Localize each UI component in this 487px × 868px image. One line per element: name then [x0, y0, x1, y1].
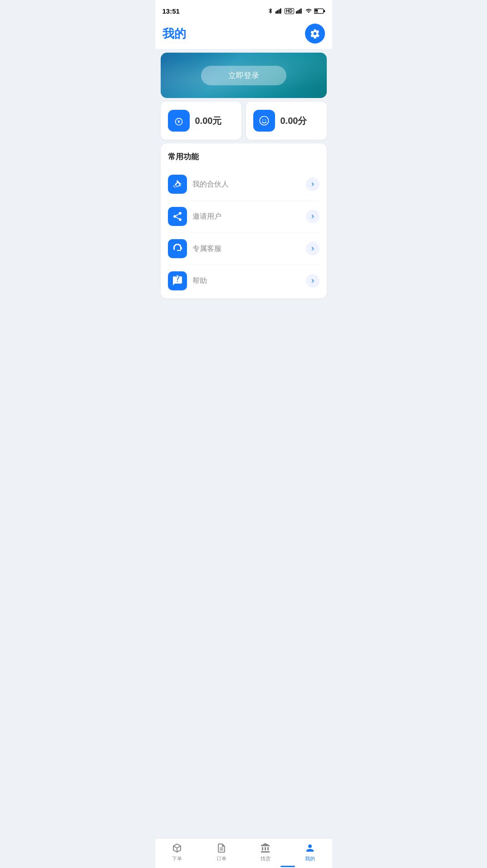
wifi-icon: [305, 8, 312, 14]
partner-arrow: [306, 177, 320, 191]
invite-arrow: [306, 210, 320, 223]
balance-row: ¥ 0.00元 0.00分: [161, 102, 327, 140]
feature-item-partner[interactable]: 我的合伙人: [168, 168, 320, 201]
invite-icon-container: [168, 207, 187, 226]
header: 我的: [155, 20, 332, 49]
signal-icon2: [296, 8, 303, 14]
svg-point-14: [260, 116, 269, 125]
login-banner: 立即登录: [161, 53, 327, 98]
service-icon-container: [168, 239, 187, 258]
svg-rect-3: [280, 9, 281, 14]
settings-icon: [310, 29, 320, 39]
svg-rect-9: [324, 10, 325, 12]
status-time: 13:51: [162, 7, 180, 15]
handshake-icon: [172, 179, 183, 190]
features-title: 常用功能: [168, 152, 320, 162]
chevron-right-icon2: [309, 213, 316, 220]
yuan-value: 0.00元: [195, 115, 222, 127]
service-arrow: [306, 242, 320, 255]
partner-label: 我的合伙人: [192, 180, 306, 189]
bluetooth-icon: [267, 8, 274, 14]
feature-item-help[interactable]: 帮助: [168, 265, 320, 290]
status-bar: 13:51 HD 20: [155, 0, 332, 20]
page-title: 我的: [162, 26, 186, 42]
svg-rect-4: [296, 11, 297, 14]
hd-label: HD: [285, 8, 294, 14]
headset-icon: [172, 243, 183, 254]
chevron-right-icon3: [309, 245, 316, 252]
status-icons: HD 20: [267, 8, 325, 14]
svg-text:¥: ¥: [177, 119, 180, 124]
main-content: 立即登录 ¥ 0.00元 0.0: [155, 53, 332, 338]
svg-rect-2: [279, 10, 280, 14]
svg-rect-5: [297, 10, 299, 14]
svg-rect-7: [300, 9, 302, 14]
help-icon: [172, 275, 183, 286]
svg-rect-1: [277, 10, 278, 14]
chevron-right-icon4: [309, 277, 316, 284]
partner-icon-container: [168, 175, 187, 194]
share-icon: [172, 211, 183, 222]
points-icon: [258, 115, 270, 127]
feature-item-service[interactable]: 专属客服: [168, 233, 320, 265]
help-arrow: [306, 274, 320, 288]
login-button[interactable]: 立即登录: [201, 66, 286, 85]
service-label: 专属客服: [192, 244, 306, 254]
svg-text:20: 20: [314, 10, 317, 13]
help-label: 帮助: [192, 276, 306, 286]
features-section: 常用功能 我的合伙人 邀请用户: [161, 143, 327, 299]
yuan-balance-card[interactable]: ¥ 0.00元: [161, 102, 241, 140]
svg-rect-6: [299, 10, 300, 14]
points-value: 0.00分: [280, 115, 307, 127]
feature-item-invite[interactable]: 邀请用户: [168, 201, 320, 233]
battery-icon: 20: [314, 8, 325, 14]
points-balance-card[interactable]: 0.00分: [246, 102, 327, 140]
help-icon-container: [168, 271, 187, 290]
points-icon-container: [253, 110, 275, 132]
chevron-right-icon: [309, 181, 316, 188]
settings-button[interactable]: [305, 24, 325, 44]
signal-icon: [275, 8, 283, 14]
money-bag-icon: ¥: [173, 115, 185, 127]
svg-rect-0: [275, 11, 277, 14]
yuan-icon-container: ¥: [168, 110, 190, 132]
invite-label: 邀请用户: [192, 212, 306, 221]
